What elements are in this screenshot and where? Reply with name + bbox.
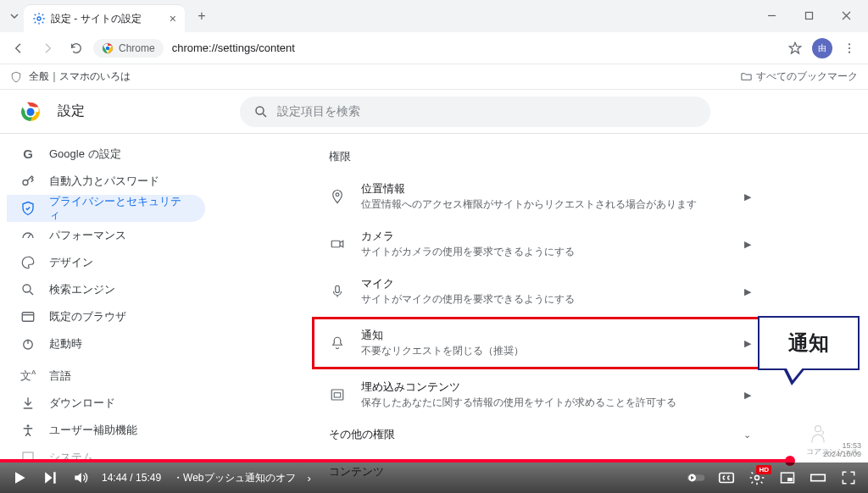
svg-point-6 bbox=[849, 51, 850, 53]
reload-button[interactable] bbox=[64, 36, 88, 60]
svg-point-28 bbox=[755, 476, 760, 480]
video-player-controls: 14:44 / 15:49 ・Webプッシュ通知のオフ › HD bbox=[0, 463, 868, 493]
miniplayer-button[interactable] bbox=[778, 468, 797, 487]
highlight-box: 通知不要なリクエストを閉じる（推奨） ▶ bbox=[312, 317, 768, 369]
settings-sidebar: GGoogle の設定 自動入力とパスワード プライバシーとセキュリティ パフォ… bbox=[0, 134, 212, 463]
svg-rect-15 bbox=[22, 313, 34, 322]
autoplay-toggle[interactable] bbox=[687, 468, 705, 487]
search-placeholder: 設定項目を検索 bbox=[277, 104, 360, 119]
perm-row-notifications[interactable]: 通知不要なリクエストを閉じる（推奨） ▶ bbox=[315, 319, 765, 367]
sidebar-item-privacy[interactable]: プライバシーとセキュリティ bbox=[7, 195, 205, 222]
settings-search-input[interactable]: 設定項目を検索 bbox=[240, 97, 710, 127]
settings-title: 設定 bbox=[58, 102, 85, 120]
chevron-right-icon: ▶ bbox=[744, 338, 751, 349]
tab-overflow-button[interactable] bbox=[5, 12, 24, 20]
maximize-button[interactable] bbox=[790, 3, 827, 27]
minimize-button[interactable] bbox=[753, 3, 790, 27]
search-icon bbox=[253, 104, 269, 119]
volume-button[interactable] bbox=[71, 468, 90, 487]
chevron-right-icon: ▶ bbox=[744, 286, 751, 297]
svg-rect-31 bbox=[811, 474, 826, 480]
chevron-right-icon: ▶ bbox=[744, 239, 751, 250]
section-permissions: 権限 bbox=[315, 146, 765, 173]
all-bookmarks-button[interactable]: すべてのブックマーク bbox=[740, 69, 858, 84]
sidebar-item-appearance[interactable]: デザイン bbox=[7, 249, 205, 276]
sidebar-item-languages[interactable]: 文A言語 bbox=[7, 363, 205, 390]
browser-tab[interactable]: 設定 - サイトの設定 × bbox=[24, 5, 185, 32]
sidebar-item-default-browser[interactable]: 既定のブラウザ bbox=[7, 303, 205, 330]
close-icon[interactable]: × bbox=[170, 12, 176, 25]
google-icon: G bbox=[20, 147, 36, 162]
system-clock: 15:532024/10/09 bbox=[823, 442, 861, 459]
sidebar-item-downloads[interactable]: ダウンロード bbox=[7, 390, 205, 417]
svg-point-4 bbox=[849, 43, 850, 45]
menu-button[interactable] bbox=[837, 36, 861, 60]
embed-icon bbox=[329, 387, 346, 402]
new-tab-button[interactable]: + bbox=[190, 4, 214, 28]
power-icon bbox=[20, 336, 36, 352]
sidebar-item-accessibility[interactable]: ユーザー補助機能 bbox=[7, 417, 205, 444]
profile-avatar[interactable]: 由 bbox=[812, 38, 832, 58]
settings-content: 権限 位置情報位置情報へのアクセス権限がサイトからリクエストされる場合があります… bbox=[212, 134, 868, 463]
svg-rect-30 bbox=[787, 478, 793, 481]
perm-row-embedded[interactable]: 埋め込みコンテンツ保存したあなたに関する情報の使用をサイトが求めることを許可する… bbox=[315, 371, 765, 418]
svg-rect-20 bbox=[331, 241, 340, 247]
download-icon bbox=[20, 396, 36, 411]
perm-row-microphone[interactable]: マイクサイトがマイクの使用を要求できるようにする ▶ bbox=[315, 268, 765, 315]
speedometer-icon bbox=[20, 228, 36, 243]
annotation-callout: 通知 bbox=[758, 316, 860, 370]
accessibility-icon bbox=[20, 423, 36, 438]
play-button[interactable] bbox=[10, 468, 29, 487]
settings-header: 設定 設定項目を検索 bbox=[0, 90, 868, 134]
site-chip[interactable]: Chrome bbox=[93, 39, 164, 58]
forward-button[interactable] bbox=[36, 36, 59, 60]
star-icon[interactable] bbox=[783, 36, 807, 60]
theater-button[interactable] bbox=[809, 468, 827, 487]
url-text[interactable]: chrome://settings/content bbox=[172, 42, 778, 54]
hd-badge: HD bbox=[756, 465, 771, 474]
gear-icon bbox=[32, 12, 46, 25]
bookmarks-bar: 全般｜スマホのいろは すべてのブックマーク bbox=[0, 64, 868, 90]
browser-toolbar: Chrome chrome://settings/content 由 bbox=[0, 32, 868, 64]
palette-icon bbox=[20, 255, 36, 270]
svg-rect-1 bbox=[805, 12, 812, 19]
captions-button[interactable] bbox=[717, 468, 736, 487]
perm-row-camera[interactable]: カメラサイトがカメラの使用を要求できるようにする ▶ bbox=[315, 220, 765, 268]
settings-button[interactable]: HD bbox=[748, 468, 766, 487]
svg-rect-22 bbox=[331, 390, 343, 400]
perm-row-location[interactable]: 位置情報位置情報へのアクセス権限がサイトからリクエストされる場合があります ▶ bbox=[315, 173, 765, 220]
svg-point-10 bbox=[27, 108, 35, 115]
language-icon: 文A bbox=[20, 368, 36, 384]
svg-rect-23 bbox=[334, 393, 341, 397]
next-button[interactable] bbox=[41, 468, 59, 487]
svg-point-19 bbox=[336, 193, 339, 197]
sidebar-item-performance[interactable]: パフォーマンス bbox=[7, 222, 205, 249]
bell-icon bbox=[329, 335, 346, 351]
svg-point-3 bbox=[106, 46, 110, 50]
svg-point-24 bbox=[815, 426, 821, 432]
back-button[interactable] bbox=[7, 36, 31, 60]
perm-row-other[interactable]: その他の権限 ⌄ bbox=[315, 418, 765, 451]
sidebar-item-autofill[interactable]: 自動入力とパスワード bbox=[7, 168, 205, 195]
callout-label: 通知 bbox=[788, 331, 829, 354]
chip-label: Chrome bbox=[119, 42, 155, 54]
svg-point-13 bbox=[23, 180, 28, 186]
sidebar-item-search-engine[interactable]: 検索エンジン bbox=[7, 276, 205, 303]
video-chapter[interactable]: ・Webプッシュ通知のオフ bbox=[173, 471, 295, 485]
key-icon bbox=[20, 174, 36, 189]
sidebar-item-on-startup[interactable]: 起動時 bbox=[7, 330, 205, 357]
search-icon bbox=[20, 282, 36, 297]
camera-icon bbox=[329, 236, 346, 252]
fullscreen-button[interactable] bbox=[839, 468, 858, 487]
chrome-icon bbox=[102, 42, 114, 54]
shield-icon bbox=[10, 71, 22, 83]
window-close-button[interactable] bbox=[827, 3, 865, 27]
location-icon bbox=[329, 189, 346, 204]
chevron-right-icon: ▶ bbox=[744, 390, 751, 401]
bookmark-item[interactable]: 全般｜スマホのいろは bbox=[29, 69, 131, 84]
microphone-icon bbox=[329, 284, 346, 299]
chevron-down-icon: ⌄ bbox=[743, 429, 751, 440]
svg-point-5 bbox=[849, 47, 850, 48]
tab-title: 設定 - サイトの設定 bbox=[51, 12, 164, 26]
sidebar-item-google[interactable]: GGoogle の設定 bbox=[7, 141, 205, 168]
